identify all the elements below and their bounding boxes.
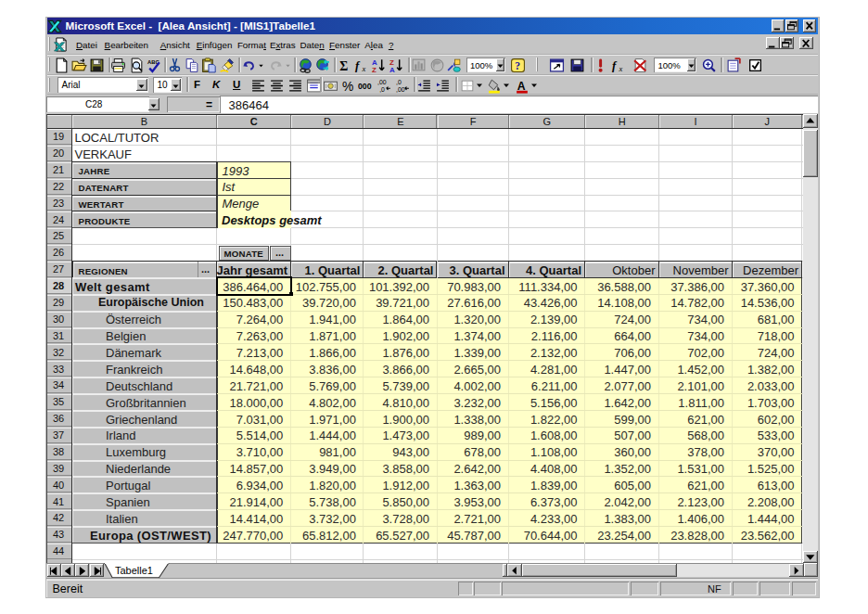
svg-text:f: f xyxy=(355,59,361,72)
svg-text:f: f xyxy=(612,59,618,72)
svg-text:,00: ,00 xyxy=(396,86,405,93)
svg-text:x: x xyxy=(618,64,622,73)
svg-text:x: x xyxy=(361,64,365,73)
svg-text:000: 000 xyxy=(358,82,372,91)
svg-text:%: % xyxy=(342,78,353,93)
svg-text:A: A xyxy=(517,79,525,92)
svg-text:,0: ,0 xyxy=(379,86,385,93)
svg-text:?: ? xyxy=(515,60,520,72)
svg-text:Z: Z xyxy=(372,66,377,73)
svg-text:,0: ,0 xyxy=(396,79,402,85)
svg-text:Σ: Σ xyxy=(339,59,348,73)
svg-text:A: A xyxy=(389,66,395,73)
svg-text:,00: ,00 xyxy=(377,79,387,85)
